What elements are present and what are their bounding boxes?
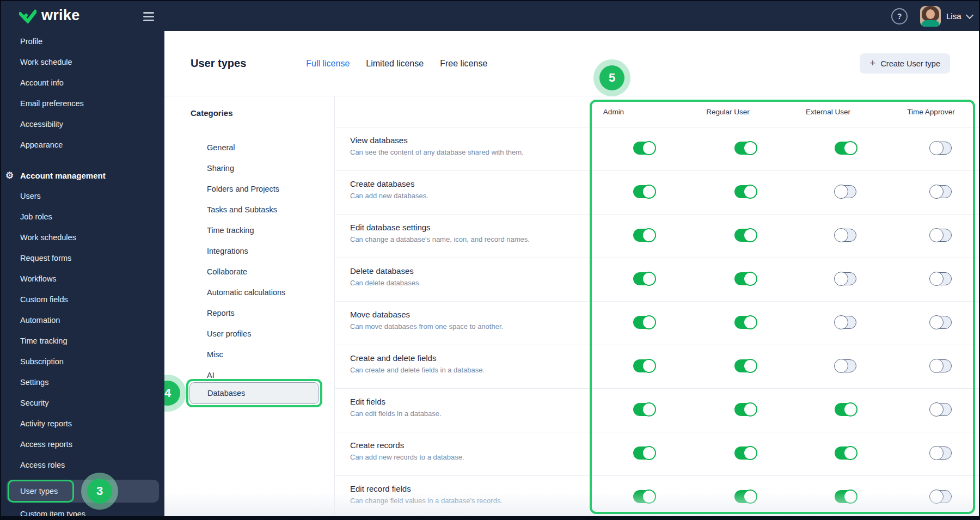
- toggle-regular-user-edit-record-fields[interactable]: [734, 490, 756, 503]
- sidebar-item-workflows[interactable]: Workflows: [1, 268, 164, 289]
- toggle-regular-user-edit-database-settings[interactable]: [734, 229, 756, 242]
- help-button[interactable]: ?: [891, 8, 908, 25]
- user-menu[interactable]: Lisa: [920, 1, 972, 31]
- sidebar-item-request-forms[interactable]: Request forms: [1, 248, 164, 268]
- toggle-time-approver-move-databases[interactable]: [930, 316, 952, 329]
- sidebar-item-custom-fields[interactable]: Custom fields: [1, 289, 164, 310]
- categories-panel: Categories GeneralSharingFolders and Pro…: [164, 96, 335, 516]
- toggle-external-user-edit-database-settings[interactable]: [835, 229, 856, 242]
- toggle-regular-user-create-and-delete-fields[interactable]: [734, 359, 756, 372]
- toggle-time-approver-create-records[interactable]: [930, 446, 952, 460]
- annotation-step-4: 4: [164, 381, 180, 406]
- gear-icon: ⚙: [5, 170, 14, 181]
- toggle-regular-user-view-databases[interactable]: [734, 142, 756, 155]
- toggle-admin-edit-fields[interactable]: [633, 403, 655, 416]
- tab-limited-license[interactable]: Limited license: [366, 59, 424, 69]
- permission-title: Create databases: [350, 171, 979, 188]
- wrike-check-icon: [19, 9, 36, 23]
- toggle-admin-delete-databases[interactable]: [633, 272, 655, 285]
- permission-description: Can create and delete fields in a databa…: [350, 366, 979, 374]
- menu-icon[interactable]: [143, 12, 154, 21]
- sidebar-item-users[interactable]: Users: [1, 186, 164, 206]
- permission-title: View databases: [350, 127, 979, 145]
- sidebar-item-custom-item-types[interactable]: Custom item types: [1, 504, 164, 516]
- permission-title: Create records: [350, 432, 979, 450]
- sidebar-item-label: Custom fields: [20, 295, 68, 304]
- category-item-time-tracking[interactable]: Time tracking: [164, 220, 334, 241]
- category-item-reports[interactable]: Reports: [164, 303, 334, 323]
- toggle-external-user-create-and-delete-fields[interactable]: [835, 359, 856, 372]
- sidebar-item-label: Account management: [20, 171, 106, 180]
- permission-title: Move databases: [350, 302, 979, 319]
- create-user-type-label: Create User type: [880, 59, 940, 68]
- permission-row-edit-fields: Edit fieldsCan edit fields in a database…: [335, 389, 979, 432]
- toggle-admin-create-records[interactable]: [633, 446, 655, 460]
- toggle-admin-edit-database-settings[interactable]: [633, 229, 655, 242]
- category-item-databases[interactable]: Databases: [189, 382, 319, 404]
- sidebar-item-email-preferences[interactable]: Email preferences: [1, 93, 164, 114]
- sidebar-item-subscription[interactable]: Subscription: [1, 351, 164, 372]
- toggle-time-approver-delete-databases[interactable]: [930, 272, 952, 285]
- category-item-automatic-calculations[interactable]: Automatic calculations: [164, 282, 334, 303]
- sidebar-item-automation[interactable]: Automation: [1, 310, 164, 331]
- toggle-admin-move-databases[interactable]: [633, 316, 655, 329]
- toggle-external-user-edit-fields[interactable]: [835, 403, 856, 416]
- toggle-time-approver-edit-record-fields[interactable]: [930, 490, 952, 503]
- sidebar-item-user-types[interactable]: User types3: [7, 480, 159, 503]
- category-item-user-profiles[interactable]: User profiles: [164, 323, 334, 344]
- toggle-admin-view-databases[interactable]: [633, 142, 655, 155]
- permission-description: Can add new databases.: [350, 192, 979, 200]
- toggle-external-user-delete-databases[interactable]: [835, 272, 856, 285]
- toggle-time-approver-view-databases[interactable]: [930, 142, 952, 155]
- app-window: wrike ? Lisa ProfileWork scheduleAccount…: [0, 0, 980, 520]
- permission-title: Edit fields: [350, 389, 979, 406]
- toggle-time-approver-edit-fields[interactable]: [930, 403, 952, 416]
- sidebar-item-accessibility[interactable]: Accessibility: [1, 114, 164, 134]
- toggle-external-user-edit-record-fields[interactable]: [835, 490, 856, 503]
- tab-free-license[interactable]: Free license: [440, 59, 487, 69]
- sidebar-item-time-tracking[interactable]: Time tracking: [1, 331, 164, 351]
- sidebar-item-label: Profile: [20, 37, 42, 46]
- sidebar-item-account-info[interactable]: Account info: [1, 72, 164, 93]
- wrike-logo: wrike: [19, 1, 80, 31]
- sidebar-item-profile[interactable]: Profile: [1, 31, 164, 52]
- sidebar-item-work-schedules[interactable]: Work schedules: [1, 227, 164, 248]
- toggle-external-user-view-databases[interactable]: [835, 142, 856, 155]
- create-user-type-button[interactable]: + Create User type: [860, 53, 950, 74]
- toggle-regular-user-create-records[interactable]: [734, 446, 756, 460]
- sidebar-item-settings[interactable]: Settings: [1, 372, 164, 393]
- category-item-sharing[interactable]: Sharing: [164, 158, 334, 179]
- tab-full-license[interactable]: Full license: [306, 59, 350, 69]
- toggle-regular-user-edit-fields[interactable]: [734, 403, 756, 416]
- main-panel: User types Full licenseLimited licenseFr…: [164, 31, 979, 516]
- sidebar-item-access-reports[interactable]: Access reports: [1, 434, 164, 455]
- category-item-general[interactable]: General: [164, 137, 334, 158]
- sidebar-item-activity-reports[interactable]: Activity reports: [1, 413, 164, 434]
- toggle-regular-user-delete-databases[interactable]: [734, 272, 756, 285]
- category-item-folders-and-projects[interactable]: Folders and Projects: [164, 179, 334, 199]
- permission-row-create-databases: Create databasesCan add new databases.: [335, 171, 979, 215]
- sidebar-item-appearance[interactable]: Appearance: [1, 134, 164, 155]
- sidebar-item-access-roles[interactable]: Access roles: [1, 455, 164, 475]
- sidebar-item-work-schedule[interactable]: Work schedule: [1, 52, 164, 72]
- toggle-admin-edit-record-fields[interactable]: [633, 490, 655, 503]
- permissions-table: AdminRegular UserExternal UserTime Appro…: [335, 96, 979, 516]
- category-item-collaborate[interactable]: Collaborate: [164, 261, 334, 282]
- category-item-misc[interactable]: Misc: [164, 344, 334, 365]
- toggle-regular-user-move-databases[interactable]: [734, 316, 756, 329]
- toggle-time-approver-create-databases[interactable]: [930, 185, 952, 198]
- sidebar-item-security[interactable]: Security: [1, 393, 164, 413]
- toggle-admin-create-and-delete-fields[interactable]: [633, 359, 655, 372]
- permission-description: Can change a database's name, icon, and …: [350, 235, 979, 243]
- toggle-regular-user-create-databases[interactable]: [734, 185, 756, 198]
- toggle-time-approver-create-and-delete-fields[interactable]: [930, 359, 952, 372]
- toggle-external-user-create-records[interactable]: [835, 446, 856, 460]
- category-item-tasks-and-subtasks[interactable]: Tasks and Subtasks: [164, 199, 334, 220]
- category-item-integrations[interactable]: Integrations: [164, 241, 334, 261]
- sidebar-item-job-roles[interactable]: Job roles: [1, 206, 164, 227]
- toggle-external-user-move-databases[interactable]: [835, 316, 856, 329]
- toggle-external-user-create-databases[interactable]: [835, 185, 856, 198]
- plus-icon: +: [869, 57, 875, 69]
- toggle-admin-create-databases[interactable]: [633, 185, 655, 198]
- toggle-time-approver-edit-database-settings[interactable]: [930, 229, 952, 242]
